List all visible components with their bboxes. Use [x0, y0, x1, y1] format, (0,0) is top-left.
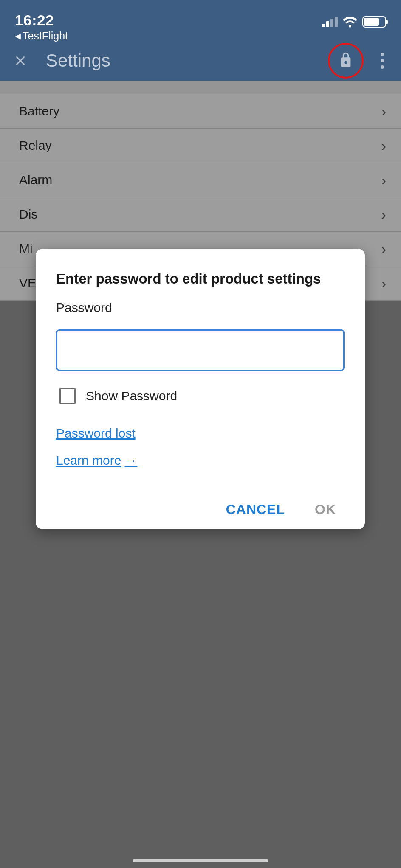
- dialog-actions: CANCEL OK: [56, 502, 345, 517]
- password-input[interactable]: [56, 329, 345, 371]
- password-dialog: Enter password to edit product settings …: [36, 249, 365, 529]
- learn-more-link[interactable]: Learn more →: [56, 453, 345, 468]
- close-button[interactable]: [13, 53, 33, 68]
- dot-icon: [381, 59, 384, 62]
- show-password-checkbox[interactable]: [59, 388, 76, 404]
- password-label: Password: [56, 301, 345, 315]
- cellular-signal-icon: [322, 17, 338, 27]
- page-title: Settings: [46, 51, 328, 71]
- battery-icon: [362, 16, 386, 28]
- dialog-title: Enter password to edit product settings: [56, 271, 345, 287]
- overflow-menu-button[interactable]: [376, 48, 388, 73]
- show-password-label: Show Password: [86, 389, 177, 403]
- wifi-icon: [343, 17, 357, 28]
- lock-highlight-circle: [328, 43, 364, 79]
- cancel-button[interactable]: CANCEL: [226, 502, 285, 517]
- back-arrow-icon: ◀: [15, 31, 21, 41]
- dot-icon: [381, 65, 384, 69]
- back-to-app[interactable]: ◀ TestFlight: [15, 30, 68, 42]
- lock-icon[interactable]: [338, 51, 353, 70]
- status-left: 16:22 ◀ TestFlight: [15, 12, 68, 42]
- status-bar: 16:22 ◀ TestFlight: [0, 0, 401, 40]
- back-app-label: TestFlight: [23, 30, 68, 42]
- dot-icon: [381, 53, 384, 56]
- app-bar: Settings: [0, 40, 401, 81]
- home-indicator[interactable]: [133, 859, 268, 862]
- status-time: 16:22: [15, 12, 54, 29]
- ok-button[interactable]: OK: [315, 502, 336, 517]
- arrow-right-icon: →: [124, 453, 137, 468]
- show-password-row[interactable]: Show Password: [59, 388, 345, 404]
- password-lost-link[interactable]: Password lost: [56, 426, 345, 441]
- status-indicators: [322, 16, 386, 28]
- learn-more-label: Learn more: [56, 453, 121, 468]
